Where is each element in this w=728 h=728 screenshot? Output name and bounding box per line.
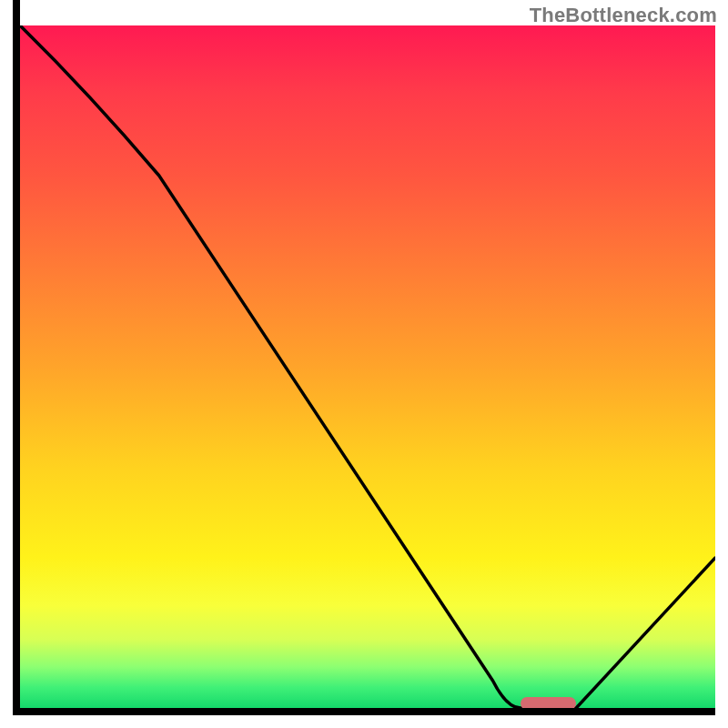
- curve-layer: [20, 25, 715, 708]
- watermark-text: TheBottleneck.com: [530, 4, 717, 27]
- bottleneck-curve-path: [20, 25, 715, 708]
- y-axis: [13, 0, 20, 710]
- plot-area: [20, 25, 715, 708]
- x-axis: [13, 708, 715, 715]
- optimal-range-marker: [521, 697, 576, 708]
- bottleneck-chart: TheBottleneck.com: [0, 0, 728, 728]
